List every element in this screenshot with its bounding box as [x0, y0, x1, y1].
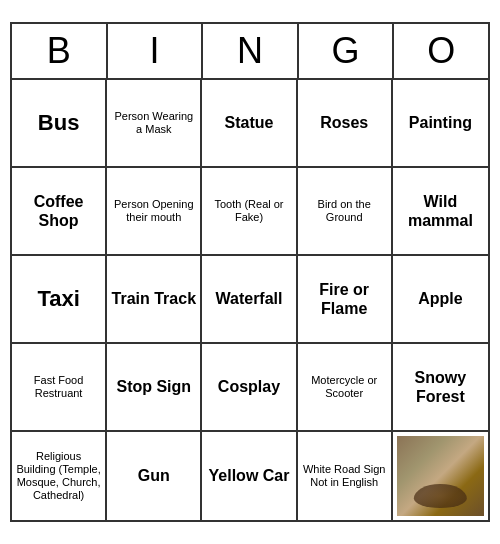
bingo-cell-17: Cosplay [202, 344, 297, 432]
cell-text-8: Bird on the Ground [302, 198, 387, 224]
cell-text-22: Yellow Car [209, 466, 290, 485]
cell-text-18: Motercycle or Scooter [302, 374, 387, 400]
cell-text-4: Painting [409, 113, 472, 132]
bingo-cell-13: Fire or Flame [298, 256, 393, 344]
cell-text-9: Wild mammal [397, 192, 484, 230]
cell-text-10: Taxi [37, 286, 79, 312]
cell-text-13: Fire or Flame [302, 280, 387, 318]
cell-text-16: Stop Sign [116, 377, 191, 396]
bingo-cell-18: Motercycle or Scooter [298, 344, 393, 432]
bingo-cell-7: Tooth (Real or Fake) [202, 168, 297, 256]
bingo-cell-0: Bus [12, 80, 107, 168]
bingo-cell-5: Coffee Shop [12, 168, 107, 256]
cell-text-2: Statue [225, 113, 274, 132]
bingo-cell-11: Train Track [107, 256, 202, 344]
header-letter-B: B [12, 24, 108, 78]
bingo-cell-23: White Road Sign Not in English [298, 432, 393, 520]
bingo-cell-3: Roses [298, 80, 393, 168]
header-letter-G: G [299, 24, 395, 78]
bingo-cell-2: Statue [202, 80, 297, 168]
cell-text-15: Fast Food Restruant [16, 374, 101, 400]
cell-text-14: Apple [418, 289, 462, 308]
cell-text-0: Bus [38, 110, 80, 136]
bingo-cell-15: Fast Food Restruant [12, 344, 107, 432]
cell-text-17: Cosplay [218, 377, 280, 396]
cell-text-12: Waterfall [216, 289, 283, 308]
cell-text-5: Coffee Shop [16, 192, 101, 230]
bingo-cell-1: Person Wearing a Mask [107, 80, 202, 168]
bingo-cell-19: Snowy Forest [393, 344, 488, 432]
cell-text-6: Person Opening their mouth [111, 198, 196, 224]
bingo-cell-4: Painting [393, 80, 488, 168]
bingo-cell-9: Wild mammal [393, 168, 488, 256]
bingo-cell-6: Person Opening their mouth [107, 168, 202, 256]
bingo-cell-14: Apple [393, 256, 488, 344]
cell-text-1: Person Wearing a Mask [111, 110, 196, 136]
bingo-cell-12: Waterfall [202, 256, 297, 344]
cell-text-19: Snowy Forest [397, 368, 484, 406]
header-letter-N: N [203, 24, 299, 78]
bingo-grid: BusPerson Wearing a MaskStatueRosesPaint… [12, 80, 488, 520]
bingo-card: BINGO BusPerson Wearing a MaskStatueRose… [10, 22, 490, 522]
bingo-header: BINGO [12, 24, 488, 80]
bingo-cell-22: Yellow Car [202, 432, 297, 520]
bingo-cell-8: Bird on the Ground [298, 168, 393, 256]
cell-text-7: Tooth (Real or Fake) [206, 198, 291, 224]
cell-text-3: Roses [320, 113, 368, 132]
cell-text-20: Religious Building (Temple, Mosque, Chur… [16, 450, 101, 503]
header-letter-I: I [108, 24, 204, 78]
bingo-cell-20: Religious Building (Temple, Mosque, Chur… [12, 432, 107, 520]
bingo-cell-16: Stop Sign [107, 344, 202, 432]
bingo-cell-21: Gun [107, 432, 202, 520]
cell-image-nature [397, 436, 484, 516]
header-letter-O: O [394, 24, 488, 78]
bingo-cell-24 [393, 432, 488, 520]
cell-text-11: Train Track [112, 289, 197, 308]
cell-text-21: Gun [138, 466, 170, 485]
cell-text-23: White Road Sign Not in English [302, 463, 387, 489]
bingo-cell-10: Taxi [12, 256, 107, 344]
